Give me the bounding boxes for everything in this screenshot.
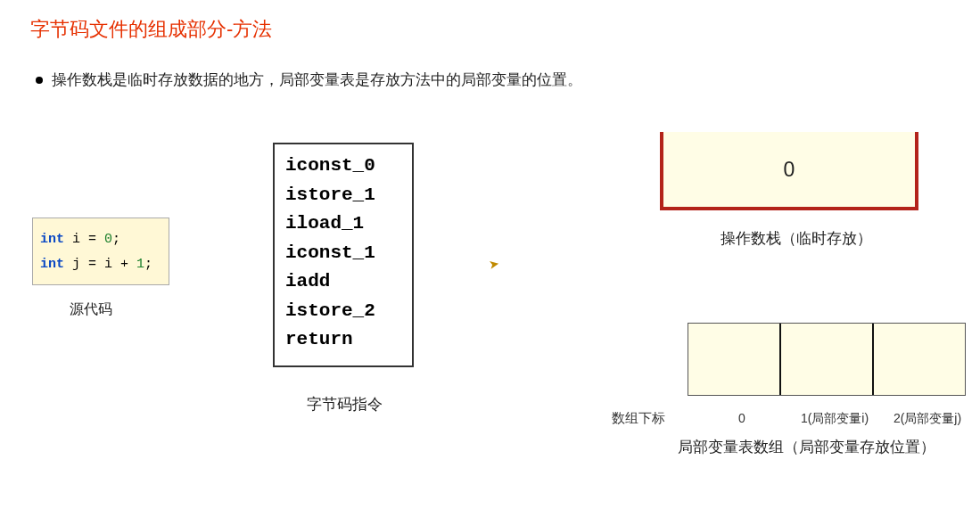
array-cell-2 (874, 324, 965, 395)
page-title: 字节码文件的组成部分-方法 (30, 16, 272, 43)
array-cell-0 (688, 324, 781, 395)
bytecode-line: iload_1 (285, 209, 401, 239)
bytecode-line: iconst_0 (285, 152, 401, 181)
semicolon: ; (112, 232, 120, 247)
number-literal: 0 (104, 232, 112, 247)
source-code-label: 源代码 (70, 300, 112, 319)
bullet-row: 操作数栈是临时存放数据的地方，局部变量表是存放方法中的局部变量的位置。 (36, 70, 582, 90)
bullet-text: 操作数栈是临时存放数据的地方，局部变量表是存放方法中的局部变量的位置。 (52, 70, 582, 90)
array-index-row: 数组下标 0 1(局部变量i) 2(局部变量j) (599, 410, 974, 427)
bytecode-line: iconst_1 (285, 239, 401, 268)
operand-stack-box: 0 (660, 132, 918, 210)
stack-top-value: 0 (784, 158, 795, 182)
src-text: i = (64, 232, 104, 247)
source-line-2: int j = i + 1; (40, 252, 161, 277)
local-variable-array-label: 局部变量表数组（局部变量存放位置） (678, 437, 935, 457)
bullet-icon (36, 77, 43, 84)
array-cell-1 (781, 324, 874, 395)
operand-stack-label: 操作数栈（临时存放） (721, 228, 872, 249)
index-prefix-label: 数组下标 (599, 410, 696, 427)
bytecode-line: return (285, 325, 401, 355)
src-text: j = i + (64, 257, 136, 272)
keyword-int: int (40, 232, 64, 247)
local-variable-array (688, 323, 966, 396)
source-line-1: int i = 0; (40, 227, 161, 252)
bytecode-line: iadd (285, 267, 401, 297)
bytecode-line: istore_2 (285, 297, 401, 326)
source-code-box: int i = 0; int j = i + 1; (32, 218, 169, 285)
bytecode-box: iconst_0 istore_1 iload_1 iconst_1 iadd … (273, 143, 414, 367)
number-literal: 1 (136, 257, 144, 272)
mouse-cursor-icon: ➤ (488, 256, 501, 272)
semicolon: ; (144, 257, 152, 272)
keyword-int: int (40, 257, 64, 272)
bytecode-line: istore_1 (285, 181, 401, 210)
bytecode-label: 字节码指令 (307, 394, 383, 415)
index-slot-2: 2(局部变量j) (881, 411, 974, 427)
index-slot-0: 0 (696, 411, 788, 425)
index-slot-1: 1(局部变量i) (788, 411, 881, 427)
